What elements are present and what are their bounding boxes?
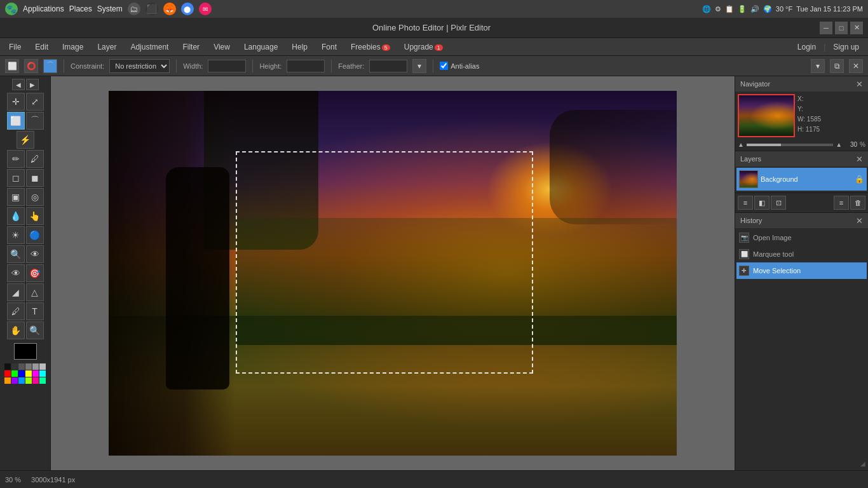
shape-tool-btn[interactable]: △: [26, 283, 44, 301]
swatch-9[interactable]: [18, 370, 25, 377]
swatch-18[interactable]: [39, 377, 46, 384]
feather-dropdown-btn[interactable]: ▾: [412, 59, 426, 73]
selection-tool-btn[interactable]: ⬜: [5, 59, 19, 73]
text-tool-btn[interactable]: T: [26, 302, 44, 320]
swatch-17[interactable]: [32, 377, 39, 384]
history-item-open-image[interactable]: 📷 Open Image: [736, 229, 867, 246]
menu-adjustment[interactable]: Adjustment: [124, 41, 175, 53]
swatch-10[interactable]: [25, 370, 32, 377]
zoom-in-icon[interactable]: ▲: [836, 141, 842, 148]
menu-login[interactable]: Login: [791, 41, 822, 53]
email-icon[interactable]: ✉: [199, 3, 212, 15]
menu-language[interactable]: Language: [238, 41, 284, 53]
layers-mask-btn[interactable]: ⊡: [771, 196, 786, 210]
close-panel-btn[interactable]: ✕: [849, 59, 863, 73]
menu-image[interactable]: Image: [56, 41, 90, 53]
constraint-select[interactable]: No restriction: [109, 59, 170, 73]
move-tool-btn[interactable]: ✛: [7, 93, 25, 111]
swatch-12[interactable]: [39, 370, 46, 377]
system-menu[interactable]: System: [97, 4, 123, 13]
swatch-2[interactable]: [11, 363, 18, 370]
menu-layer[interactable]: Layer: [91, 41, 123, 53]
history-close-btn[interactable]: ✕: [856, 216, 863, 226]
ellipse-tool-btn[interactable]: ⭕: [24, 59, 38, 73]
history-item-move-selection[interactable]: ✛ Move Selection: [736, 262, 867, 279]
firefox-icon[interactable]: 🦊: [163, 3, 176, 15]
arrange-dropdown-btn[interactable]: ▾: [811, 59, 825, 73]
nav-prev-btn[interactable]: ◀: [12, 79, 25, 90]
float-btn[interactable]: ⧉: [830, 59, 844, 73]
patch-tool-btn[interactable]: 🎯: [26, 264, 44, 282]
swatch-1[interactable]: [4, 363, 11, 370]
zoom-out-icon[interactable]: ▲: [738, 141, 744, 148]
layer-item-background[interactable]: Background 🔒: [736, 168, 867, 191]
menu-freebies[interactable]: Freebies5: [344, 41, 397, 53]
swatch-15[interactable]: [18, 377, 25, 384]
zoom-slider[interactable]: [747, 144, 833, 146]
marquee-tool-btn[interactable]: ⬜: [7, 112, 25, 130]
gradient-tool-btn[interactable]: ◢: [7, 283, 25, 301]
menu-edit[interactable]: Edit: [29, 41, 55, 53]
navigator-close-btn[interactable]: ✕: [856, 79, 863, 89]
menu-sign-up[interactable]: Sign up: [827, 41, 865, 53]
lasso-tool-btn-lt[interactable]: ⌒: [26, 112, 44, 130]
swatch-7[interactable]: [4, 370, 11, 377]
eye-tool-btn[interactable]: 👁: [26, 245, 44, 263]
close-button[interactable]: ✕: [850, 22, 863, 34]
lasso-tool-btn[interactable]: ⌒: [43, 59, 57, 73]
clone-tool-btn[interactable]: 👁: [7, 264, 25, 282]
swatch-11[interactable]: [32, 370, 39, 377]
menu-help[interactable]: Help: [285, 41, 314, 53]
layers-menu-btn[interactable]: ≡: [834, 196, 849, 210]
menu-filter[interactable]: Filter: [176, 41, 206, 53]
terminal-icon[interactable]: ⬛: [146, 3, 158, 15]
layers-normal-btn[interactable]: ≡: [738, 196, 753, 210]
zoom-out-btn[interactable]: 🔍: [7, 245, 25, 263]
minimize-button[interactable]: ─: [820, 22, 832, 34]
layers-close-btn[interactable]: ✕: [856, 154, 863, 164]
foreground-color-swatch[interactable]: [14, 343, 37, 360]
nav-next-btn[interactable]: ▶: [26, 79, 39, 90]
canvas-area[interactable]: [51, 76, 735, 470]
dodge-tool-btn[interactable]: ☀: [7, 226, 25, 244]
height-input[interactable]: 0: [287, 60, 325, 72]
swatch-16[interactable]: [25, 377, 32, 384]
swatch-4[interactable]: [25, 363, 32, 370]
menu-upgrade[interactable]: Upgrade1: [398, 41, 449, 53]
hand-tool-btn[interactable]: ✋: [7, 322, 25, 339]
anti-alias-checkbox[interactable]: [440, 62, 448, 70]
file-manager-icon[interactable]: 🗂: [128, 3, 140, 15]
menu-file[interactable]: File: [3, 41, 27, 53]
transform-tool-btn[interactable]: ⤢: [26, 93, 44, 111]
smudge-tool-btn[interactable]: 👆: [26, 207, 44, 225]
swatch-14[interactable]: [11, 377, 18, 384]
pencil-tool-btn[interactable]: ✏: [7, 150, 25, 168]
swatch-5[interactable]: [32, 363, 39, 370]
rect-select-btn[interactable]: ▣: [7, 188, 25, 206]
anti-alias-check[interactable]: Anti-alias: [440, 62, 479, 70]
swatch-6[interactable]: [39, 363, 46, 370]
brush-tool-btn[interactable]: 🖊: [26, 150, 44, 168]
zoom-tool-btn[interactable]: 🔍: [26, 322, 44, 339]
width-input[interactable]: 0: [208, 60, 246, 72]
layers-delete-btn[interactable]: 🗑: [850, 196, 865, 210]
swatch-3[interactable]: [18, 363, 25, 370]
eyedropper-tool-btn[interactable]: 🖊: [7, 302, 25, 320]
feather-input[interactable]: 0: [369, 60, 407, 72]
history-item-marquee-tool[interactable]: ⬜ Marquee tool: [736, 246, 867, 262]
eraser-tool-btn[interactable]: ◻: [7, 169, 25, 187]
wand-tool-btn[interactable]: ⚡: [17, 131, 34, 149]
round-select-btn[interactable]: ◎: [26, 188, 44, 206]
applications-menu[interactable]: Applications: [23, 4, 64, 13]
swatch-8[interactable]: [11, 370, 18, 377]
layers-style-btn[interactable]: ◧: [754, 196, 770, 210]
chrome-icon[interactable]: ⬤: [181, 3, 194, 15]
maximize-button[interactable]: □: [835, 22, 848, 34]
menu-font[interactable]: Font: [315, 41, 343, 53]
swatch-13[interactable]: [4, 377, 11, 384]
blur-tool-btn[interactable]: 💧: [7, 207, 25, 225]
places-menu[interactable]: Places: [69, 4, 92, 13]
burn-tool-btn[interactable]: 🔵: [26, 226, 44, 244]
fill-tool-btn[interactable]: ◼: [26, 169, 44, 187]
menu-view[interactable]: View: [207, 41, 236, 53]
